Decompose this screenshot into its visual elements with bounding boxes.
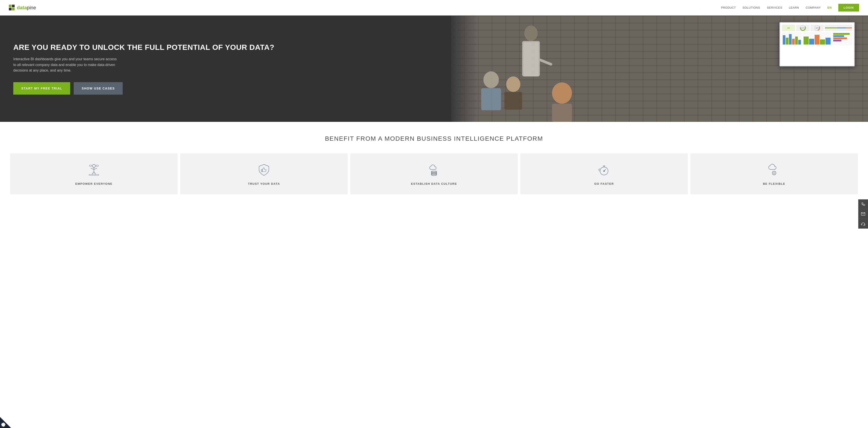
svg-text:29%: 29% [815,27,818,29]
benefit-card-faster[interactable]: GO FASTER [520,153,688,194]
empower-label: EMPOWER EVERYONE [75,182,113,185]
logo-text: datapine [17,5,36,11]
main-nav: PRODUCT SOLUTIONS SERVICES LEARN COMPANY… [721,4,859,11]
svg-rect-12 [523,42,539,77]
svg-rect-28 [89,174,99,176]
svg-line-22 [91,168,94,170]
benefit-card-flexible[interactable]: BE FLEXIBLE [690,153,858,194]
svg-rect-17 [504,92,522,110]
hero-image: 304 67% 29% [451,16,868,122]
nav-product[interactable]: PRODUCT [721,6,736,9]
hero-content: ARE YOU READY TO UNLOCK THE FULL POTENTI… [0,16,451,122]
flexible-label: BE FLEXIBLE [763,182,785,185]
svg-point-18 [552,83,572,104]
hero-section: ARE YOU READY TO UNLOCK THE FULL POTENTI… [0,16,868,122]
svg-point-20 [92,164,95,167]
logo-icon [9,5,15,11]
nav-learn[interactable]: LEARN [789,6,799,9]
trust-icon [256,162,272,178]
svg-rect-0 [9,5,11,7]
nav-solutions[interactable]: SOLUTIONS [743,6,761,9]
svg-rect-1 [12,5,14,7]
logo[interactable]: datapine [9,5,36,11]
login-button[interactable]: LOGIN [838,4,859,11]
culture-label: ESTABLISH DATA CULTURE [411,182,457,185]
header: datapine PRODUCT SOLUTIONS SERVICES LEAR… [0,0,868,16]
benefit-card-culture[interactable]: ESTABLISH DATA CULTURE [350,153,518,194]
benefit-card-trust[interactable]: TRUST YOUR DATA [180,153,348,194]
hero-subtitle: Interactive BI dashboards give you and y… [13,56,120,73]
svg-point-14 [484,71,499,88]
svg-line-13 [540,60,551,64]
trust-label: TRUST YOUR DATA [248,182,280,185]
hero-buttons: START MY FREE TRIAL SHOW USE CASES [13,82,438,95]
benefit-section: BENEFIT FROM A MODERN BUSINESS INTELLIGE… [0,122,868,194]
language-selector[interactable]: EN [828,6,832,9]
hero-title: ARE YOU READY TO UNLOCK THE FULL POTENTI… [13,43,438,52]
svg-rect-26 [89,165,92,166]
culture-icon [426,162,442,178]
hero-people [469,16,580,122]
flexible-icon [766,162,782,178]
svg-line-25 [94,172,96,174]
svg-text:67%: 67% [801,27,804,29]
nav-services[interactable]: SERVICES [767,6,782,9]
benefit-title: BENEFIT FROM A MODERN BUSINESS INTELLIGE… [9,135,859,142]
svg-point-44 [773,172,775,174]
benefit-cards: EMPOWER EVERYONE TRUST YOUR DATA [9,153,859,194]
svg-rect-27 [96,165,98,166]
dashboard-mockup: 304 67% 29% [779,22,855,66]
svg-point-16 [506,77,520,92]
benefit-card-empower[interactable]: EMPOWER EVERYONE [10,153,178,194]
svg-rect-15 [481,88,501,110]
nav-company[interactable]: COMPANY [806,6,821,9]
hero-scene: 304 67% 29% [451,16,868,122]
svg-rect-2 [12,8,14,10]
start-trial-button[interactable]: START MY FREE TRIAL [13,82,70,95]
faster-icon [596,162,612,178]
svg-rect-19 [552,104,572,122]
faster-label: GO FASTER [594,182,614,185]
svg-point-10 [524,26,538,41]
svg-rect-3 [9,8,11,10]
svg-line-24 [92,172,94,174]
svg-point-39 [603,171,605,172]
empower-icon [86,162,102,178]
svg-line-23 [94,168,97,170]
show-use-cases-button[interactable]: SHOW USE CASES [74,82,123,95]
svg-line-50 [775,174,776,175]
